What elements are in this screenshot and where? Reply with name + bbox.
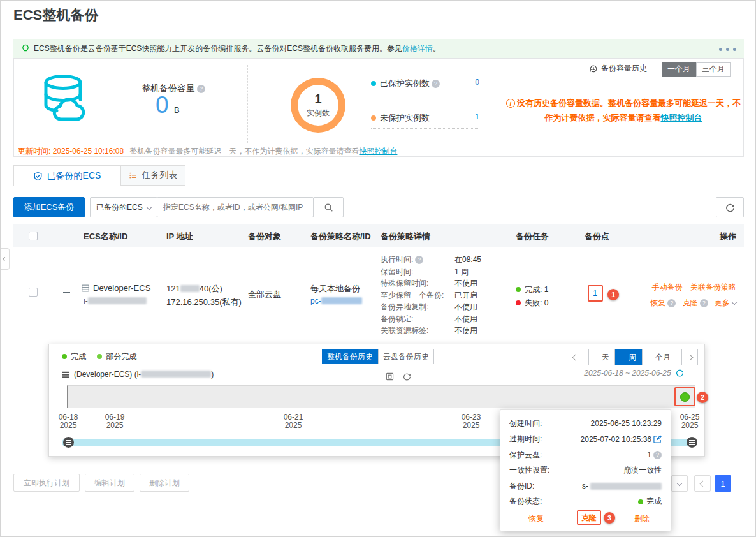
tab-backed-up-ecs[interactable]: 已备份的ECS (13, 165, 120, 186)
chevron-left-icon (3, 256, 7, 261)
teal-dot-icon (371, 81, 376, 86)
range-one-month-button[interactable]: 一个月 (662, 62, 696, 77)
date-range: 2025-06-18 ~ 2025-06-25 (584, 369, 671, 378)
refresh-range-icon[interactable] (676, 369, 684, 377)
disk-backup-history-tab[interactable]: 云盘备份历史 (378, 349, 434, 364)
instance-donut-chart: 1 实例数 (291, 78, 345, 133)
popup-delete-link[interactable]: 删除 (634, 513, 650, 524)
pagination-prev-button[interactable] (694, 475, 711, 492)
chart-tools (386, 372, 411, 381)
legend-protected-label: 已保护实例数 (380, 78, 430, 88)
row-checkbox[interactable] (29, 288, 38, 297)
green-dot-icon (62, 354, 67, 359)
more-link[interactable]: 更多 (715, 298, 730, 307)
popup-row-status: 备份状态: 完成 (509, 494, 662, 510)
tab-task-list[interactable]: 任务列表 (120, 165, 185, 186)
collapse-row-icon[interactable] (63, 292, 70, 293)
history-legend: 完成 部分完成 (62, 351, 136, 362)
help-icon[interactable]: ? (700, 299, 708, 307)
filter-select[interactable]: 已备份的ECS (90, 197, 157, 217)
help-icon[interactable]: ? (197, 85, 205, 93)
pagination-page-1[interactable]: 1 (715, 475, 731, 492)
snapshot-console-link[interactable]: 快照控制台 (359, 147, 397, 156)
policy-detail-row: 执行时间:?在08:45 (381, 254, 524, 267)
filter-select-value: 已备份的ECS (96, 202, 143, 213)
policy-detail-row: 至少保留一个备份:已开启 (381, 290, 524, 302)
banner-pagination-dots[interactable] (715, 44, 736, 53)
ecs-server-icon (81, 284, 90, 293)
popup-restore-link[interactable]: 恢复 (528, 513, 544, 524)
edit-plan-button[interactable]: 编辑计划 (85, 474, 134, 492)
range-one-month-button[interactable]: 一个月 (642, 349, 676, 365)
range-next-button[interactable] (681, 349, 698, 365)
redacted-text (180, 285, 200, 292)
refresh-table-button[interactable] (716, 197, 744, 217)
snapshot-console-link[interactable]: 快照控制台 (661, 113, 702, 122)
annotation-box-3 (577, 510, 601, 525)
ecs-name: Developer-ECS (93, 283, 150, 293)
help-icon[interactable]: ? (653, 451, 662, 459)
stack-icon (62, 371, 70, 379)
range-three-month-button[interactable]: 三个月 (696, 62, 731, 77)
delete-plan-button[interactable]: 删除计划 (140, 474, 189, 492)
col-policy-details: 备份策略详情 (381, 231, 430, 242)
refresh-chart-icon[interactable] (403, 372, 411, 381)
capacity-unit: B (174, 105, 180, 115)
timeline-dashed-line (67, 397, 695, 397)
axis-label: 06-252025 (675, 413, 704, 430)
tab-divider (13, 186, 744, 186)
popup-row-backup-id: 备份ID: s- (509, 478, 662, 494)
search-input[interactable] (157, 197, 314, 217)
whole-backup-history-tab[interactable]: 整机备份历史 (322, 349, 378, 364)
axis-label: 06-182025 (54, 413, 83, 430)
scrollbar-right-handle[interactable] (687, 437, 697, 448)
col-backup-task: 备份任务 (516, 231, 549, 242)
policy-detail-row: 备份异地复制:不使用 (381, 302, 524, 314)
capacity-history-title: 备份容量历史 (601, 63, 647, 74)
scrollbar-left-handle[interactable] (63, 437, 74, 448)
annotation-box-2 (674, 387, 695, 406)
search-button[interactable] (313, 197, 344, 217)
task-done: 完成: 1 (516, 284, 548, 295)
tab-label: 已备份的ECS (47, 170, 101, 182)
update-time: 更新时间: 2025-06-25 10:16:08 (18, 147, 124, 156)
instance-count: 1 (314, 92, 321, 107)
legend-unprotected-label: 未保护实例数 (380, 113, 430, 122)
legend-protected-value[interactable]: 0 (475, 78, 479, 87)
legend-unprotected-value[interactable]: 1 (475, 112, 479, 121)
help-icon[interactable]: ? (415, 256, 423, 264)
execute-plan-button[interactable]: 立即执行计划 (13, 474, 80, 492)
help-icon[interactable]: ? (432, 80, 440, 88)
chevron-left-icon (699, 480, 706, 487)
range-one-day-button[interactable]: 一天 (588, 349, 615, 365)
range-prev-button[interactable] (567, 349, 583, 365)
collapse-sidebar-handle[interactable] (1, 248, 10, 270)
page-size-select-partial[interactable] (671, 475, 688, 492)
redacted-text (141, 371, 211, 378)
policy-id-link[interactable]: pc- (310, 297, 362, 305)
range-one-week-button[interactable]: 一周 (615, 349, 642, 365)
edit-icon[interactable] (653, 435, 662, 443)
add-ecs-backup-button[interactable]: 添加ECS备份 (13, 197, 85, 217)
clone-link[interactable]: 克隆 (683, 298, 698, 307)
help-icon[interactable]: ? (667, 299, 676, 307)
ecs-whole-backup-page: ECS整机备份 ECS整机备份是云备份基于ECS快照能力上开发的备份编排服务。云… (0, 0, 756, 537)
bind-policy-link[interactable]: 关联备份策略 (690, 283, 736, 291)
restore-link[interactable]: 恢复 (650, 298, 665, 307)
manual-backup-link[interactable]: 手动备份 (652, 283, 683, 291)
legend-partial-label: 部分完成 (106, 352, 136, 361)
banner-text-suffix: 。 (433, 43, 440, 54)
select-all-checkbox[interactable] (29, 232, 38, 240)
orange-dot-icon (371, 115, 376, 121)
policy-detail-row: 备份锁定:不使用 (381, 314, 524, 326)
chevron-down-icon (677, 481, 682, 486)
price-details-link[interactable]: 价格详情 (402, 43, 433, 54)
fit-frame-icon[interactable] (386, 372, 394, 381)
popup-row-consistency: 一致性设置: 崩溃一致性 (509, 463, 662, 479)
device-row: (Developer-ECS) (i-) (62, 370, 214, 379)
light-green-dot-icon (97, 354, 102, 359)
col-actions: 操作 (720, 231, 736, 242)
popup-row-protected-disks: 保护云盘: 1? (509, 447, 662, 463)
annotation-box-1 (588, 285, 603, 302)
history-warning: i没有历史备份容量数据。整机备份容量最多可能延迟一天，不 作为计费依据，实际容量… (506, 96, 741, 125)
